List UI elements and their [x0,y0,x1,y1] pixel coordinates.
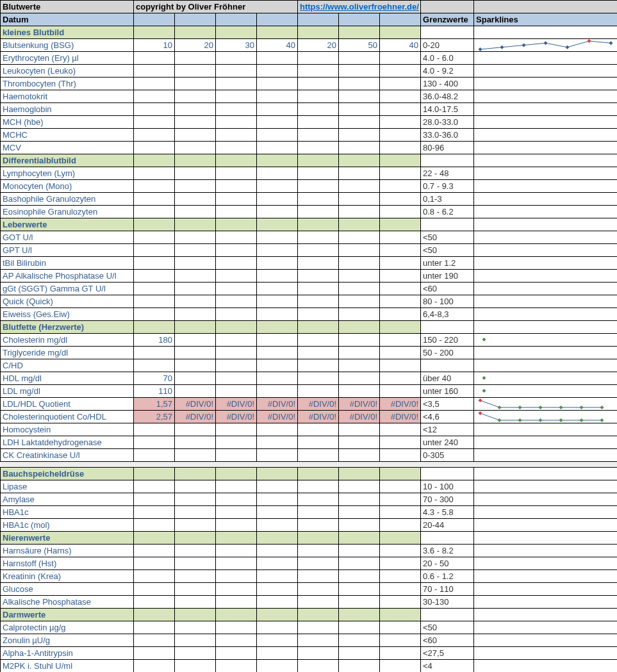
value-cell[interactable] [175,385,216,398]
value-cell[interactable] [257,90,298,103]
value-cell[interactable] [216,295,257,308]
value-cell[interactable] [380,596,421,609]
value-cell[interactable] [257,167,298,180]
value-cell[interactable] [175,257,216,270]
value-cell[interactable] [339,596,380,609]
value-cell[interactable] [380,167,421,180]
value-cell[interactable] [216,257,257,270]
value-cell[interactable] [175,480,216,493]
value-cell[interactable] [380,283,421,295]
value-cell[interactable] [380,385,421,398]
value-cell[interactable] [257,596,298,609]
value-cell[interactable] [175,545,216,557]
value-cell[interactable] [175,372,216,385]
value-cell[interactable] [380,142,421,154]
value-cell[interactable]: #DIV/0! [339,398,380,411]
value-cell[interactable] [380,193,421,206]
value-cell[interactable] [339,257,380,270]
value-cell[interactable] [380,347,421,359]
value-cell[interactable] [134,634,175,647]
value-cell[interactable] [339,231,380,244]
value-cell[interactable] [134,295,175,308]
value-cell[interactable] [175,519,216,532]
value-cell[interactable] [175,142,216,154]
value-cell[interactable] [298,506,339,519]
value-cell[interactable] [216,557,257,570]
value-cell[interactable] [298,480,339,493]
value-cell[interactable] [175,308,216,321]
value-cell[interactable] [380,423,421,436]
value-cell[interactable] [175,660,216,673]
value-cell[interactable] [216,519,257,532]
value-cell[interactable] [175,506,216,519]
value-cell[interactable] [298,116,339,129]
value-cell[interactable] [298,385,339,398]
value-cell[interactable] [339,90,380,103]
value-cell[interactable] [257,295,298,308]
value-cell[interactable] [298,167,339,180]
value-cell[interactable] [298,436,339,449]
value-cell[interactable] [380,308,421,321]
value-cell[interactable] [134,570,175,583]
value-cell[interactable] [175,244,216,257]
value-cell[interactable] [380,449,421,462]
value-cell[interactable] [339,493,380,506]
value-cell[interactable]: 70 [134,372,175,385]
value-cell[interactable] [298,583,339,596]
value-cell[interactable] [257,660,298,673]
value-cell[interactable] [134,283,175,295]
value-cell[interactable] [380,116,421,129]
value-cell[interactable] [298,519,339,532]
value-cell[interactable] [134,545,175,557]
value-cell[interactable] [298,65,339,78]
value-cell[interactable] [134,65,175,78]
value-cell[interactable] [339,436,380,449]
value-cell[interactable] [298,347,339,359]
value-cell[interactable] [298,295,339,308]
value-cell[interactable] [339,385,380,398]
value-cell[interactable] [380,90,421,103]
value-cell[interactable] [257,257,298,270]
value-cell[interactable]: 1,57 [134,398,175,411]
value-cell[interactable] [380,621,421,634]
value-cell[interactable] [257,385,298,398]
value-cell[interactable] [134,506,175,519]
value-cell[interactable] [339,78,380,90]
value-cell[interactable] [216,436,257,449]
value-cell[interactable] [380,583,421,596]
value-cell[interactable] [134,103,175,116]
value-cell[interactable] [134,206,175,218]
value-cell[interactable] [216,570,257,583]
value-cell[interactable]: 30 [216,39,257,52]
value-cell[interactable] [216,65,257,78]
value-cell[interactable]: 40 [380,39,421,52]
value-cell[interactable] [175,436,216,449]
value-cell[interactable] [134,52,175,65]
value-cell[interactable] [216,347,257,359]
value-cell[interactable] [380,372,421,385]
value-cell[interactable] [339,116,380,129]
value-cell[interactable] [380,436,421,449]
value-cell[interactable] [175,129,216,142]
value-cell[interactable] [257,359,298,372]
value-cell[interactable] [175,423,216,436]
value-cell[interactable] [257,634,298,647]
value-cell[interactable] [134,347,175,359]
value-cell[interactable] [380,506,421,519]
value-cell[interactable] [339,206,380,218]
value-cell[interactable] [216,270,257,283]
value-cell[interactable] [298,660,339,673]
value-cell[interactable] [380,519,421,532]
value-cell[interactable] [380,545,421,557]
value-cell[interactable] [257,270,298,283]
value-cell[interactable] [339,583,380,596]
value-cell[interactable] [216,621,257,634]
value-cell[interactable] [257,545,298,557]
value-cell[interactable]: #DIV/0! [175,411,216,423]
value-cell[interactable] [298,206,339,218]
value-cell[interactable] [339,244,380,257]
value-cell[interactable]: 10 [134,39,175,52]
value-cell[interactable] [380,647,421,660]
value-cell[interactable] [380,295,421,308]
value-cell[interactable] [216,506,257,519]
